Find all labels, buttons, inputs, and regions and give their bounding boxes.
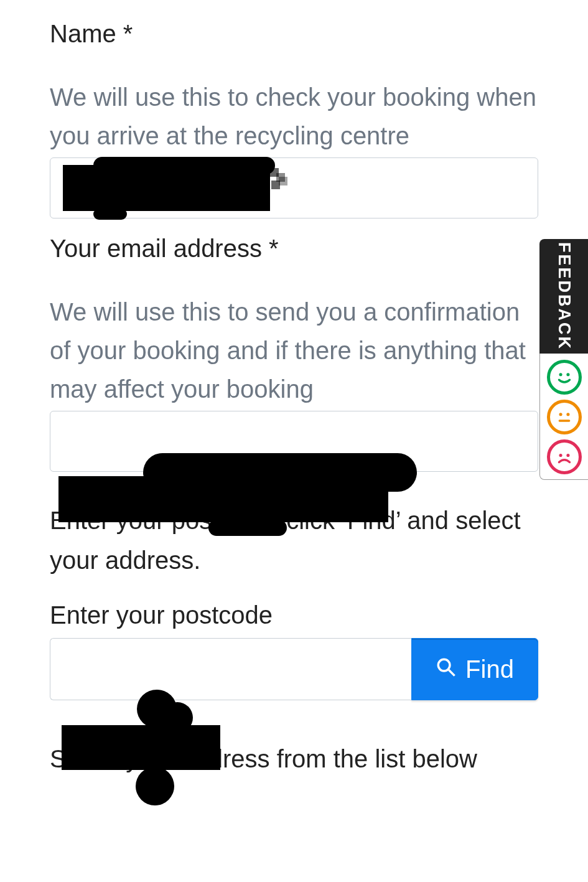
find-button-label: Find [465,655,514,683]
svg-point-8 [566,454,569,457]
redaction-postcode [62,725,220,770]
feedback-faces [539,354,589,480]
svg-point-5 [566,413,569,416]
feedback-neutral-icon[interactable] [547,400,582,434]
redaction-email [58,476,388,522]
redaction-name-top [93,157,275,174]
svg-point-4 [559,413,562,416]
svg-point-0 [438,659,450,671]
redaction-email-drip [208,520,287,536]
postcode-label: Enter your postcode [50,601,538,629]
feedback-sad-icon[interactable] [547,439,582,474]
feedback-tab: FEEDBACK [539,239,588,480]
postcode-row: Find [50,638,538,700]
redaction-name-drip [93,209,127,220]
svg-point-3 [566,373,569,376]
booking-form: Name * We will use this to check your bo… [0,0,588,779]
svg-point-2 [559,373,562,376]
name-label: Name * [50,20,538,48]
feedback-label-text: FEEDBACK [554,242,574,350]
svg-line-1 [449,670,454,675]
find-button[interactable]: Find [411,638,538,700]
name-hint: We will use this to check your booking w… [50,78,538,155]
redaction-postcode-drip [136,767,174,805]
search-icon [436,655,457,683]
feedback-happy-icon[interactable] [547,360,582,395]
email-hint: We will use this to send you a confirmat… [50,293,538,408]
svg-point-7 [559,454,562,457]
feedback-label[interactable]: FEEDBACK [539,239,588,354]
email-label: Your email address * [50,235,538,263]
postcode-input[interactable] [50,638,411,700]
